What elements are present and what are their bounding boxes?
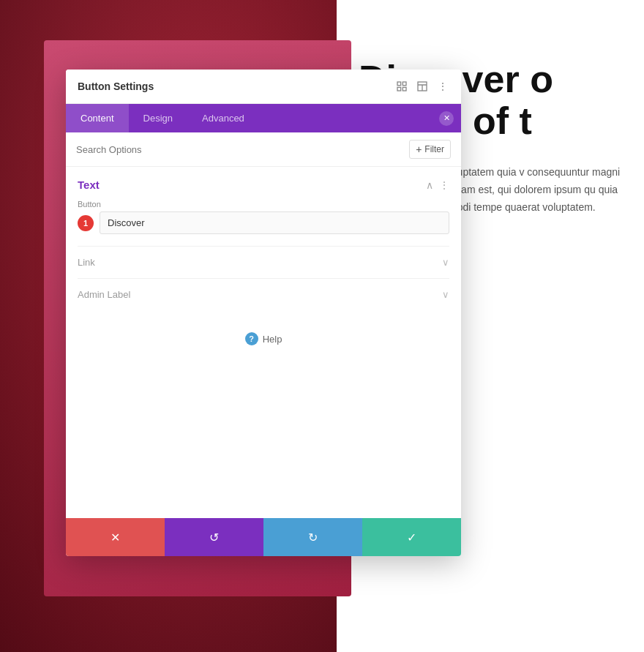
link-section-label: Link (78, 257, 95, 268)
panel-body: Text ∧ ⋮ Button 1 Link ∨ Admin Label ∨ (66, 167, 461, 518)
redo-button[interactable]: ↻ (263, 518, 362, 556)
field-indicator: 1 (78, 215, 94, 231)
search-input[interactable] (76, 144, 409, 155)
tab-advanced[interactable]: Advanced (187, 104, 259, 132)
svg-rect-1 (402, 82, 406, 86)
link-section[interactable]: Link ∨ (78, 246, 449, 278)
tab-design[interactable]: Design (129, 104, 187, 132)
admin-label-section-label: Admin Label (78, 289, 130, 300)
button-text-input[interactable] (100, 211, 449, 234)
redo-icon: ↻ (308, 531, 318, 544)
search-input-wrapper (76, 143, 409, 156)
section-controls: ∧ ⋮ (426, 179, 449, 191)
panel-header-icons: ⋮ (395, 80, 449, 93)
admin-label-section[interactable]: Admin Label ∨ (78, 278, 449, 310)
text-section-header: Text ∧ ⋮ (78, 179, 449, 191)
layout-icon[interactable] (416, 80, 429, 93)
svg-rect-0 (397, 82, 401, 86)
filter-button[interactable]: + Filter (409, 140, 451, 159)
action-bar: ✕ ↺ ↻ ✓ (66, 518, 461, 556)
undo-button[interactable]: ↺ (165, 518, 263, 556)
tab-bar: Content Design Advanced ✕ (66, 104, 461, 132)
collapse-icon[interactable]: ∧ (426, 179, 433, 191)
search-bar: + Filter (66, 132, 461, 167)
undo-icon: ↺ (209, 531, 219, 544)
svg-rect-2 (397, 87, 401, 91)
button-field-group: Button 1 (78, 200, 449, 234)
help-icon: ? (245, 332, 258, 345)
panel-header: Button Settings ⋮ (66, 70, 461, 104)
button-field-label: Button (78, 200, 449, 209)
panel-title: Button Settings (78, 80, 154, 92)
save-button[interactable]: ✓ (362, 518, 461, 556)
section-more-icon[interactable]: ⋮ (439, 179, 449, 191)
settings-icon[interactable] (395, 80, 408, 93)
cancel-button[interactable]: ✕ (66, 518, 165, 556)
save-icon: ✓ (407, 531, 416, 544)
tab-content[interactable]: Content (66, 104, 129, 132)
svg-rect-3 (402, 87, 406, 91)
admin-chevron-icon: ∨ (442, 289, 449, 300)
more-options-icon[interactable]: ⋮ (436, 80, 449, 93)
button-field-input-row: 1 (78, 211, 449, 234)
help-section: ? Help (78, 332, 449, 345)
link-chevron-icon: ∨ (442, 257, 449, 268)
panel-close-button[interactable]: ✕ (439, 111, 454, 126)
help-button[interactable]: ? Help (245, 332, 282, 345)
cancel-icon: ✕ (111, 531, 120, 544)
text-section-title: Text (78, 179, 100, 191)
settings-panel: Button Settings ⋮ Content Design (66, 70, 461, 556)
help-label: Help (263, 334, 282, 345)
